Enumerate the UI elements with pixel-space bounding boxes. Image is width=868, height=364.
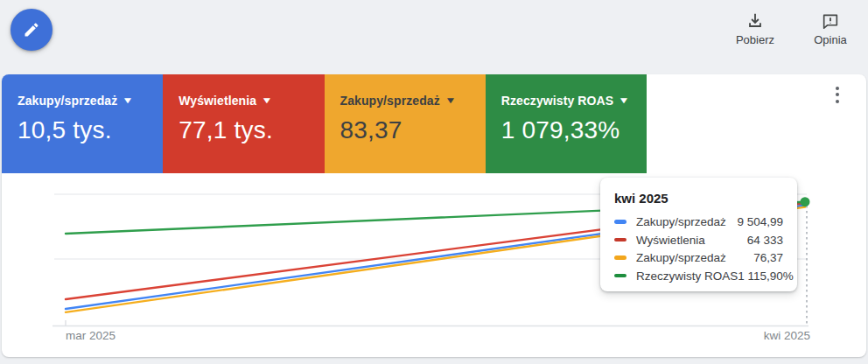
chevron-down-icon: ▼ (261, 96, 272, 105)
download-button[interactable]: Pobierz (730, 11, 780, 46)
pencil-icon (23, 21, 40, 38)
scorecard-purchases-yellow[interactable]: Zakupy/sprzedaż ▼ 83,37 (325, 74, 486, 173)
toolbar-actions: Pobierz Opinia (730, 11, 856, 46)
overflow-menu-button[interactable] (826, 81, 849, 108)
chevron-down-icon: ▼ (444, 96, 456, 105)
scorecard-purchases-blue[interactable]: Zakupy/sprzedaż ▼ 10,5 tys. (2, 74, 163, 173)
tooltip-series-value: 76,37 (753, 251, 783, 264)
scorecard-roas-green[interactable]: Rzeczywisty ROAS ▼ 1 079,33% (486, 74, 647, 173)
scorecard-value: 77,1 tys. (178, 116, 313, 144)
chart-panel: mar 2025 kwi 2025 Zakupy/sprzedaż ▼ 10,5… (2, 74, 866, 357)
download-label: Pobierz (736, 33, 774, 46)
tooltip-series-label: Wyświetlenia (636, 234, 705, 247)
scorecard-value: 83,37 (340, 116, 475, 144)
hover-marker-dot (801, 197, 810, 206)
scorecard-impressions-red[interactable]: Wyświetlenia ▼ 77,1 tys. (163, 74, 324, 173)
tooltip-row: Zakupy/sprzedaż 9 504,99 (614, 215, 783, 228)
scorecard-label: Zakupy/sprzedaż (340, 94, 440, 108)
tooltip-series-value: 9 504,99 (737, 215, 783, 228)
tooltip-series-value: 64 333 (747, 234, 783, 247)
edit-fab-button[interactable] (10, 9, 52, 51)
metric-selector[interactable]: Zakupy/sprzedaż ▼ (340, 94, 475, 108)
feedback-icon (821, 11, 840, 31)
series-swatch-yellow (614, 256, 626, 260)
chevron-down-icon: ▼ (122, 96, 134, 105)
series-swatch-red (614, 238, 626, 242)
scorecard-row: Zakupy/sprzedaż ▼ 10,5 tys. Wyświetlenia… (2, 74, 647, 173)
tooltip-row: Zakupy/sprzedaż 76,37 (614, 251, 783, 264)
metric-selector[interactable]: Rzeczywisty ROAS ▼ (501, 94, 636, 108)
tooltip-rows: Zakupy/sprzedaż 9 504,99 Wyświetlenia 64… (614, 215, 783, 283)
scorecard-value: 1 079,33% (501, 116, 636, 144)
kebab-dot (836, 93, 839, 96)
x-axis-label-right: kwi 2025 (764, 329, 810, 342)
tooltip-title: kwi 2025 (614, 191, 783, 206)
metric-selector[interactable]: Zakupy/sprzedaż ▼ (18, 94, 152, 108)
feedback-button[interactable]: Opinia (805, 11, 856, 46)
feedback-label: Opinia (814, 33, 847, 46)
scorecard-label: Wyświetlenia (178, 94, 256, 108)
metric-selector[interactable]: Wyświetlenia ▼ (178, 94, 313, 108)
tooltip-series-label: Zakupy/sprzedaż (636, 251, 726, 264)
scorecard-label: Rzeczywisty ROAS (501, 94, 613, 108)
chart-tooltip: kwi 2025 Zakupy/sprzedaż 9 504,99 Wyświe… (600, 178, 797, 291)
series-swatch-blue (614, 220, 626, 224)
tooltip-series-label: Zakupy/sprzedaż (636, 215, 726, 228)
kebab-dot (836, 100, 839, 103)
tooltip-row: Rzeczywisty ROAS 1 115,90% (614, 270, 783, 283)
chevron-down-icon: ▼ (618, 96, 629, 105)
tooltip-row: Wyświetlenia 64 333 (614, 234, 783, 247)
top-toolbar: Pobierz Opinia (0, 0, 868, 74)
scorecard-value: 10,5 tys. (18, 116, 152, 144)
x-axis-label-left: mar 2025 (66, 329, 116, 342)
tooltip-series-label: Rzeczywisty ROAS (636, 270, 738, 283)
download-icon (746, 11, 765, 31)
kebab-dot (836, 87, 839, 90)
tooltip-series-value: 1 115,90% (738, 270, 794, 283)
series-swatch-green (614, 274, 626, 278)
scorecard-label: Zakupy/sprzedaż (18, 94, 117, 108)
